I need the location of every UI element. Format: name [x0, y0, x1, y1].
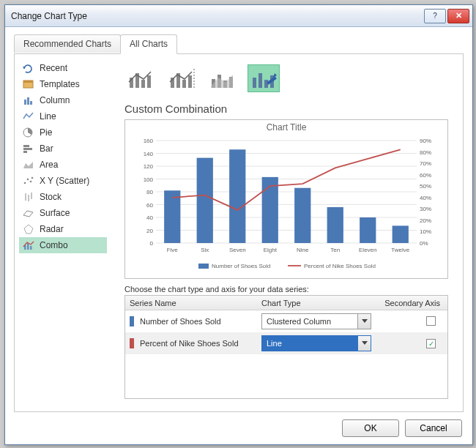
tabstrip: Recommended Charts All Charts: [14, 34, 176, 55]
close-button[interactable]: ✕: [447, 9, 469, 23]
svg-point-10: [24, 182, 26, 184]
dialog-title: Change Chart Type: [11, 11, 423, 21]
svg-rect-73: [229, 149, 245, 243]
sidebar-item-line[interactable]: Line: [19, 108, 107, 124]
secondary-axis-checkbox[interactable]: ✓: [426, 339, 436, 348]
svg-text:140: 140: [144, 151, 154, 157]
tab-recommended[interactable]: Recommended Charts: [14, 34, 121, 53]
sidebar-item-scatter[interactable]: X Y (Scatter): [19, 173, 107, 189]
combo-thumb-custom[interactable]: [248, 64, 280, 92]
series-row[interactable]: Number of Shoes SoldClustered Column: [125, 310, 447, 332]
dialog-buttons: OK Cancel: [342, 419, 462, 437]
tabpanel-all-charts: Recent Templates Column Line Pie: [14, 53, 464, 412]
chart-type-combo[interactable]: Line: [261, 335, 371, 351]
svg-rect-76: [327, 207, 343, 243]
sidebar-item-label: Templates: [40, 79, 80, 89]
tab-all-charts[interactable]: All Charts: [120, 34, 177, 54]
svg-rect-29: [188, 75, 192, 88]
sidebar-item-radar[interactable]: Radar: [19, 221, 107, 237]
sidebar-item-pie[interactable]: Pie: [19, 124, 107, 141]
sidebar-item-area[interactable]: Area: [19, 157, 107, 173]
svg-text:Six: Six: [201, 247, 209, 253]
sidebar-item-templates[interactable]: Templates: [19, 76, 107, 92]
svg-text:160: 160: [144, 138, 154, 144]
svg-rect-87: [198, 264, 209, 269]
svg-text:70%: 70%: [420, 160, 431, 167]
sidebar-item-label: Pie: [40, 127, 52, 138]
cancel-button[interactable]: Cancel: [405, 419, 462, 437]
svg-point-13: [31, 177, 34, 179]
help-button[interactable]: ?: [424, 9, 446, 23]
sidebar-item-label: Column: [40, 95, 70, 105]
sidebar-item-label: Surface: [40, 208, 70, 218]
svg-text:20: 20: [146, 228, 153, 234]
svg-text:0%: 0%: [420, 240, 428, 247]
chart-type-value: Line: [262, 339, 357, 348]
sidebar-item-label: Bar: [40, 143, 53, 154]
series-grid-header: Series Name Chart Type Secondary Axis: [125, 296, 447, 310]
svg-text:Chart Title: Chart Title: [267, 122, 307, 132]
chevron-down-icon[interactable]: [357, 336, 371, 351]
svg-text:40: 40: [146, 214, 153, 221]
svg-rect-20: [27, 243, 29, 250]
svg-text:Twelve: Twelve: [391, 247, 409, 253]
combo-thumb-2[interactable]: [166, 64, 198, 92]
svg-rect-8: [23, 151, 27, 153]
svg-text:0: 0: [150, 240, 154, 247]
chart-type-combo[interactable]: Clustered Column: [261, 313, 371, 329]
svg-rect-25: [147, 75, 151, 88]
svg-rect-71: [164, 190, 180, 243]
sidebar-item-label: Recent: [40, 63, 67, 73]
sidebar-item-recent[interactable]: Recent: [19, 60, 107, 76]
chart-type-value: Clustered Column: [262, 317, 357, 326]
titlebar[interactable]: Change Chart Type ? ✕: [5, 5, 472, 27]
combo-subtype-row: [117, 60, 455, 101]
svg-rect-3: [27, 97, 29, 105]
ok-button[interactable]: OK: [342, 419, 399, 437]
svg-text:80%: 80%: [420, 149, 431, 156]
pie-icon: [22, 127, 35, 138]
svg-rect-1: [23, 81, 33, 83]
sidebar-item-column[interactable]: Column: [19, 92, 107, 108]
sidebar-item-combo[interactable]: Combo: [19, 237, 107, 253]
col-header-axis: Secondary Axis: [374, 299, 447, 307]
svg-text:Five: Five: [167, 247, 179, 253]
series-name: Percent of Nike Shoes Sold: [140, 339, 239, 348]
svg-text:Seven: Seven: [229, 247, 246, 253]
svg-rect-75: [294, 188, 310, 243]
svg-text:Nine: Nine: [297, 247, 309, 253]
svg-text:Percent of Nike Shoes Sold: Percent of Nike Shoes Sold: [304, 263, 376, 269]
sidebar-item-label: Area: [40, 160, 58, 170]
svg-rect-74: [262, 177, 278, 243]
svg-text:Number of Shoes Sold: Number of Shoes Sold: [212, 263, 271, 269]
line-icon: [22, 111, 35, 122]
chart-category-list: Recent Templates Column Line Pie: [19, 60, 107, 253]
sidebar-item-label: Line: [40, 111, 56, 122]
secondary-axis-checkbox[interactable]: [426, 316, 436, 326]
svg-rect-6: [23, 145, 29, 147]
combo-thumb-1[interactable]: [124, 64, 157, 92]
sidebar-item-label: Combo: [40, 240, 68, 250]
chevron-down-icon[interactable]: [357, 314, 371, 329]
sidebar-item-stock[interactable]: Stock: [19, 189, 107, 205]
chart-preview[interactable]: Chart Title0204060801001201401600%10%20%…: [124, 119, 448, 279]
svg-rect-4: [30, 101, 32, 105]
svg-point-11: [27, 179, 29, 181]
templates-icon: [22, 78, 35, 90]
svg-text:Eleven: Eleven: [359, 247, 376, 253]
svg-marker-92: [362, 341, 368, 345]
svg-rect-28: [182, 80, 186, 88]
section-title: Custom Combination: [117, 101, 455, 118]
svg-marker-91: [362, 319, 368, 323]
series-row[interactable]: Percent of Nike Shoes SoldLine✓: [125, 332, 447, 354]
scatter-icon: [22, 175, 35, 187]
svg-text:30%: 30%: [420, 206, 431, 212]
svg-rect-77: [360, 217, 376, 243]
combo-thumb-3[interactable]: [207, 64, 239, 92]
combo-icon: [22, 239, 35, 251]
svg-rect-2: [24, 100, 26, 105]
sidebar-item-bar[interactable]: Bar: [19, 141, 107, 157]
sidebar-item-surface[interactable]: Surface: [19, 205, 107, 221]
sidebar-item-label: X Y (Scatter): [40, 176, 89, 186]
series-swatch: [130, 338, 134, 348]
